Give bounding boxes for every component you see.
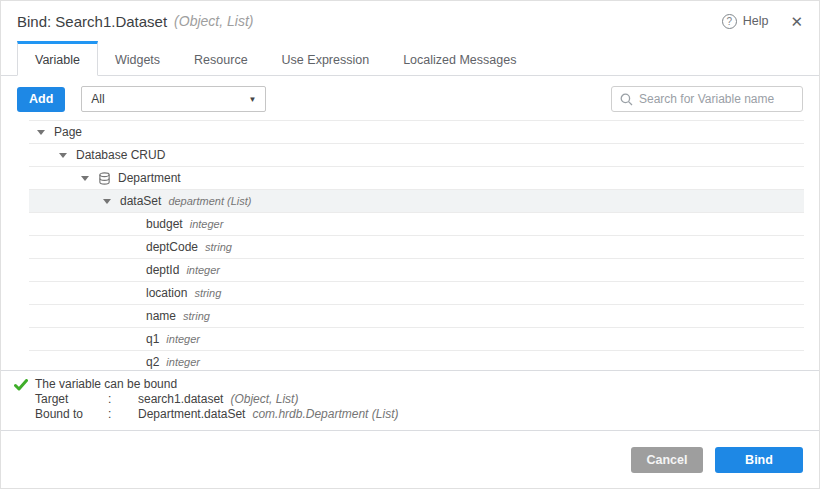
dialog-footer: Cancel Bind xyxy=(1,431,819,488)
chevron-down-icon: ▼ xyxy=(248,95,256,104)
caret-down-icon[interactable] xyxy=(37,130,45,135)
tree-row-q1[interactable]: q1 integer xyxy=(29,328,804,351)
tab-widgets[interactable]: Widgets xyxy=(98,41,177,76)
tree-row-deptcode[interactable]: deptCode string xyxy=(29,236,804,259)
dialog-title: Bind: Search1.Dataset xyxy=(17,13,167,30)
tree-node-type: integer xyxy=(166,333,200,345)
database-icon xyxy=(98,172,111,185)
search-icon xyxy=(620,93,633,106)
add-button[interactable]: Add xyxy=(17,87,65,112)
help-label: Help xyxy=(743,14,769,28)
dialog-titlebar: Bind: Search1.Dataset (Object, List) ? H… xyxy=(1,1,819,41)
tree-row-page[interactable]: Page xyxy=(29,121,804,144)
tree-node-label: Database CRUD xyxy=(76,148,165,162)
tree-node-label: Page xyxy=(54,125,82,139)
tree-node-type: integer xyxy=(166,356,200,368)
caret-down-icon[interactable] xyxy=(59,153,67,158)
status-boundto-row: Bound to : Department.dataSet com.hrdb.D… xyxy=(17,407,803,422)
status-target-label: Target xyxy=(35,392,108,407)
close-icon[interactable]: ✕ xyxy=(790,14,803,29)
status-message: The variable can be bound xyxy=(17,377,803,392)
search-input[interactable] xyxy=(639,92,794,106)
bind-button[interactable]: Bind xyxy=(715,447,803,473)
tree-row-location[interactable]: location string xyxy=(29,282,804,305)
tree-node-label: dataSet xyxy=(120,194,161,208)
tree-row-database-crud[interactable]: Database CRUD xyxy=(29,144,804,167)
status-boundto-label: Bound to xyxy=(35,407,108,422)
tree-row-deptid[interactable]: deptId integer xyxy=(29,259,804,282)
tree-node-label: deptId xyxy=(146,263,179,277)
filter-dropdown[interactable]: All ▼ xyxy=(81,86,266,112)
tree-node-label: Department xyxy=(118,171,181,185)
tree-row-department[interactable]: Department xyxy=(29,167,804,190)
status-boundto-value: Department.dataSet xyxy=(138,407,245,422)
tree-node-type: department (List) xyxy=(168,195,251,207)
tab-use-expression[interactable]: Use Expression xyxy=(265,41,387,76)
help-icon: ? xyxy=(722,14,737,29)
tree-node-label: q2 xyxy=(146,355,159,369)
tree-row-q2[interactable]: q2 integer xyxy=(29,351,804,370)
tree-node-label: deptCode xyxy=(146,240,198,254)
caret-down-icon[interactable] xyxy=(103,199,111,204)
tree-row-name[interactable]: name string xyxy=(29,305,804,328)
tree-node-type: string xyxy=(205,241,232,253)
tab-bar: Variable Widgets Resource Use Expression… xyxy=(1,41,819,76)
status-boundto-type: com.hrdb.Department (List) xyxy=(252,407,398,422)
help-button[interactable]: ? Help xyxy=(722,14,769,29)
tree-row-budget[interactable]: budget integer xyxy=(29,213,804,236)
bind-dialog: Bind: Search1.Dataset (Object, List) ? H… xyxy=(1,1,819,488)
variable-tree: Page Database CRUD Department dataSet de… xyxy=(29,120,804,370)
tree-node-type: string xyxy=(183,310,210,322)
status-target-value: search1.dataset xyxy=(138,392,223,407)
binding-status-panel: The variable can be bound Target : searc… xyxy=(1,370,819,431)
tree-node-label: name xyxy=(146,309,176,323)
status-target-type: (Object, List) xyxy=(230,392,298,407)
tree-node-label: budget xyxy=(146,217,183,231)
tab-resource[interactable]: Resource xyxy=(177,41,265,76)
variable-search[interactable] xyxy=(611,86,803,112)
tab-variable[interactable]: Variable xyxy=(17,41,98,76)
caret-down-icon[interactable] xyxy=(81,176,89,181)
dialog-title-type: (Object, List) xyxy=(174,13,253,29)
tab-localized-messages[interactable]: Localized Messages xyxy=(386,41,533,76)
cancel-button[interactable]: Cancel xyxy=(631,447,703,473)
tree-row-dataset[interactable]: dataSet department (List) xyxy=(29,190,804,213)
variable-toolbar: Add All ▼ xyxy=(1,76,819,120)
tree-node-type: integer xyxy=(190,218,224,230)
check-icon xyxy=(14,379,28,391)
tree-node-type: string xyxy=(194,287,221,299)
status-target-row: Target : search1.dataset (Object, List) xyxy=(17,392,803,407)
tree-node-label: location xyxy=(146,286,187,300)
tree-node-label: q1 xyxy=(146,332,159,346)
tree-node-type: integer xyxy=(186,264,220,276)
filter-dropdown-value: All xyxy=(91,92,104,106)
